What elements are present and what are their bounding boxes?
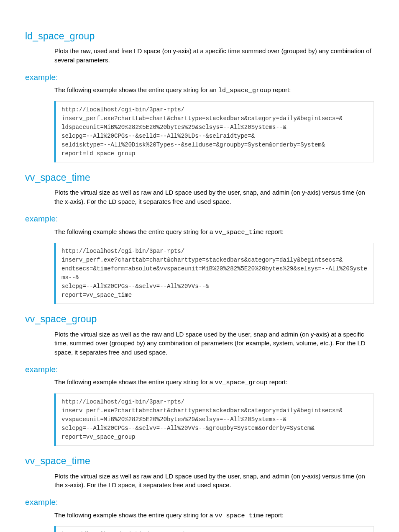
code-block: http://localhost/cgi-bin/3par-rpts/ inse… bbox=[54, 393, 374, 446]
example-heading: example: bbox=[25, 213, 374, 225]
example-intro: The following example shows the entire q… bbox=[54, 378, 374, 388]
section-heading: ld_space_group bbox=[25, 29, 374, 43]
report-name-code: ld_space_group bbox=[218, 87, 271, 94]
section-heading: vv_space_group bbox=[25, 312, 374, 326]
section-description: Plots the raw, used and free LD space (o… bbox=[54, 46, 374, 65]
report-name-code: vv_space_group bbox=[215, 379, 268, 386]
example-intro: The following example shows the entire q… bbox=[54, 85, 374, 95]
report-name-code: vv_space_time bbox=[215, 229, 264, 236]
section-description: Plots the virtual size as well as raw an… bbox=[54, 188, 374, 206]
code-block: http://localhost/cgi-bin/3par-rpts/ inse… bbox=[54, 526, 374, 532]
example-heading: example: bbox=[25, 364, 374, 375]
section-description: Plots the virtual size as well as the ra… bbox=[54, 330, 374, 357]
example-intro: The following example shows the entire q… bbox=[54, 511, 374, 521]
section-description: Plots the virtual size as well as raw an… bbox=[54, 472, 374, 490]
code-block: http://localhost/cgi-bin/3par-rpts/ inse… bbox=[54, 243, 374, 304]
example-intro: The following example shows the entire q… bbox=[54, 227, 374, 237]
section-heading: vv_space_time bbox=[25, 171, 374, 185]
section-heading: vv_space_time bbox=[25, 454, 374, 468]
example-heading: example: bbox=[25, 72, 374, 83]
report-name-code: vv_space_time bbox=[215, 512, 264, 519]
example-heading: example: bbox=[25, 496, 374, 508]
code-block: http://localhost/cgi-bin/3par-rpts/ inse… bbox=[54, 101, 374, 162]
